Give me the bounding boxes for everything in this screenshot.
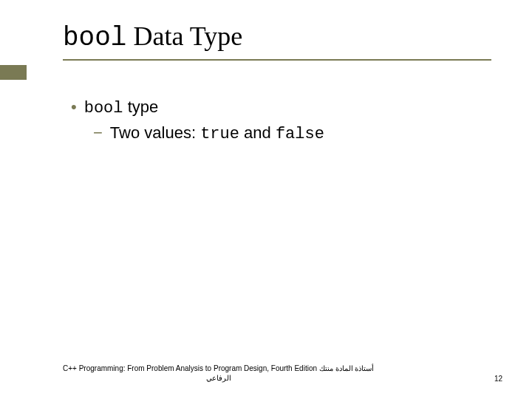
slide: bool Data Type • bool type − Two values:… [0, 0, 532, 399]
title-serif: Data Type [126, 21, 242, 51]
title-area: bool Data Type [0, 0, 532, 53]
sub-prefix: Two values: [110, 123, 200, 142]
sub-bullet: − Two values: true and false [71, 120, 532, 146]
accent-bar [0, 65, 27, 80]
sub-bullet-text: Two values: true and false [110, 120, 324, 146]
sub-mid: and [239, 123, 276, 142]
bullet-main-text: bool type [84, 95, 159, 120]
dash-icon: − [93, 120, 103, 145]
footer-arabic2: الرفاعي [63, 373, 374, 383]
footer-book: C++ Programming: From Problem Analysis t… [63, 364, 374, 372]
title-mono: bool [63, 23, 126, 53]
footer-left: C++ Programming: From Problem Analysis t… [63, 364, 374, 383]
slide-title: bool Data Type [63, 21, 532, 53]
bullet-main: • bool type [71, 95, 532, 120]
content-area: • bool type − Two values: true and false [0, 61, 532, 146]
sub-mono1: true [200, 125, 239, 143]
footer: C++ Programming: From Problem Analysis t… [63, 364, 502, 383]
page-number: 12 [494, 375, 502, 383]
sub-mono2: false [276, 125, 324, 143]
bullet-dot-icon: • [71, 95, 77, 119]
bullet-mono: bool [84, 99, 123, 117]
bullet-rest: type [123, 98, 159, 116]
